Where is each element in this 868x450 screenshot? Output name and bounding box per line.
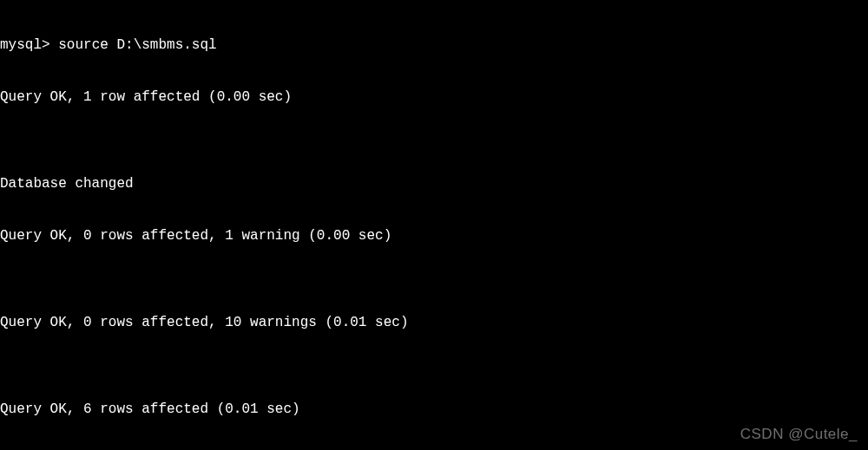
output-line: Database changed [0,175,868,192]
output-line: Query OK, 0 rows affected, 10 warnings (… [0,314,868,331]
output-line: Query OK, 6 rows affected (0.01 sec) [0,401,868,418]
output-line: Query OK, 1 row affected (0.00 sec) [0,88,868,106]
prompt: mysql> [0,37,58,53]
terminal-output[interactable]: mysql> source D:\smbms.sql Query OK, 1 r… [0,2,868,450]
watermark-text: CSDN @Cutele_ [740,425,858,443]
command-line: mysql> source D:\smbms.sql [0,36,868,54]
output-line: Query OK, 0 rows affected, 1 warning (0.… [0,227,868,245]
command-text: source D:\smbms.sql [58,37,216,53]
